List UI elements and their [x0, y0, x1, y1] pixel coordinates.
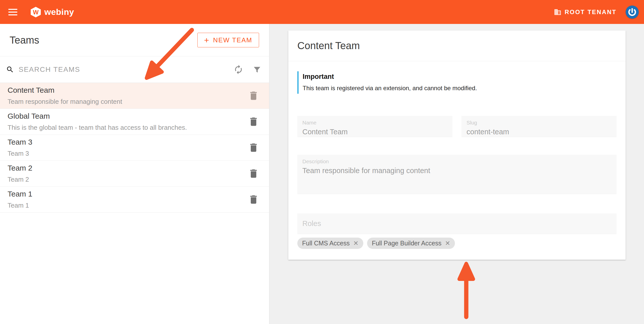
- role-chips: Full CMS Access ✕ Full Page Builder Acce…: [297, 238, 617, 249]
- slug-field: Slug content-team: [461, 116, 617, 137]
- team-name: Team 1: [8, 190, 32, 198]
- description-label: Description: [302, 158, 612, 165]
- trash-icon: [248, 194, 259, 205]
- new-team-label: NEW TEAM: [213, 36, 252, 44]
- name-field: Name Content Team: [297, 116, 452, 137]
- card-header: Content Team: [288, 30, 626, 61]
- delete-team-button[interactable]: [248, 116, 259, 127]
- tenant-selector[interactable]: ROOT TENANT: [554, 8, 617, 16]
- notice-title: Important: [303, 73, 617, 81]
- team-list-item-content-team[interactable]: Content Team Team responsible for managi…: [0, 83, 269, 109]
- name-label: Name: [302, 120, 447, 126]
- team-description: Team 2: [8, 176, 32, 183]
- new-team-button[interactable]: + NEW TEAM: [197, 33, 259, 47]
- roles-label: Roles: [302, 219, 321, 228]
- team-list: Content Team Team responsible for managi…: [0, 83, 269, 213]
- topbar-right: ROOT TENANT: [554, 6, 639, 19]
- team-name: Team 2: [8, 164, 32, 172]
- trash-icon: [248, 168, 259, 179]
- chip-label: Full Page Builder Access: [372, 240, 442, 247]
- remove-chip-icon[interactable]: ✕: [445, 240, 450, 246]
- logo-letter: W: [30, 7, 41, 18]
- slug-value: content-team: [467, 128, 612, 136]
- team-detail-title: Content Team: [297, 40, 360, 51]
- roles-field: Roles: [297, 213, 617, 234]
- webiny-logo[interactable]: W webiny: [30, 7, 74, 18]
- power-icon: [627, 7, 637, 17]
- trash-icon: [248, 142, 259, 153]
- brand-wordmark: webiny: [44, 7, 74, 17]
- teams-list-panel: Teams + NEW TEAM Content T: [0, 24, 269, 324]
- team-list-item-team-2[interactable]: Team 2 Team 2: [0, 161, 269, 187]
- card-body: Important This team is registered via an…: [288, 61, 626, 249]
- refresh-icon: [233, 64, 243, 75]
- description-value: Team responsible for managing content: [302, 167, 612, 175]
- team-list-item-team-3[interactable]: Team 3 Team 3: [0, 135, 269, 161]
- team-name: Content Team: [8, 86, 122, 94]
- filter-button[interactable]: [253, 65, 262, 74]
- top-bar: W webiny ROOT TENANT: [0, 0, 644, 24]
- plus-icon: +: [204, 36, 210, 44]
- role-chip-full-cms-access: Full CMS Access ✕: [297, 238, 363, 249]
- delete-team-button[interactable]: [248, 168, 259, 179]
- search-actions: [233, 64, 262, 75]
- panel-header: Teams + NEW TEAM: [0, 24, 269, 56]
- name-value: Content Team: [302, 128, 447, 136]
- important-notice: Important This team is registered via an…: [297, 71, 617, 94]
- team-description: Team 3: [8, 150, 32, 157]
- description-field: Description Team responsible for managin…: [297, 155, 617, 194]
- team-list-item-global-team[interactable]: Global Team This is the global team - te…: [0, 109, 269, 135]
- role-chip-full-page-builder-access: Full Page Builder Access ✕: [367, 238, 455, 249]
- slug-label: Slug: [467, 120, 612, 126]
- topbar-left: W webiny: [8, 7, 74, 18]
- team-name: Global Team: [8, 112, 187, 120]
- tenant-label: ROOT TENANT: [565, 9, 617, 16]
- name-slug-row: Name Content Team Slug content-team: [297, 116, 617, 137]
- trash-icon: [248, 116, 259, 127]
- search-bar: [0, 56, 269, 83]
- chip-label: Full CMS Access: [302, 240, 350, 247]
- trash-icon: [248, 90, 259, 101]
- menu-icon[interactable]: [8, 9, 18, 15]
- remove-chip-icon[interactable]: ✕: [353, 240, 359, 246]
- building-icon: [554, 8, 561, 16]
- team-description: Team responsible for managing content: [8, 98, 122, 106]
- user-avatar[interactable]: [626, 6, 639, 19]
- webiny-hexagon-icon: W: [30, 7, 41, 18]
- page-title: Teams: [10, 35, 39, 46]
- team-detail-panel: Content Team Important This team is regi…: [269, 24, 644, 324]
- delete-team-button[interactable]: [248, 90, 259, 101]
- notice-body: This team is registered via an extension…: [303, 85, 617, 92]
- search-icon: [6, 66, 14, 74]
- team-list-item-team-1[interactable]: Team 1 Team 1: [0, 187, 269, 213]
- team-description: This is the global team - team that has …: [8, 124, 187, 132]
- team-detail-card: Content Team Important This team is regi…: [288, 30, 626, 260]
- delete-team-button[interactable]: [248, 142, 259, 153]
- delete-team-button[interactable]: [248, 194, 259, 205]
- refresh-button[interactable]: [233, 64, 243, 75]
- filter-icon: [253, 65, 262, 74]
- search-input[interactable]: [19, 66, 233, 74]
- team-description: Team 1: [8, 202, 32, 209]
- team-name: Team 3: [8, 138, 32, 146]
